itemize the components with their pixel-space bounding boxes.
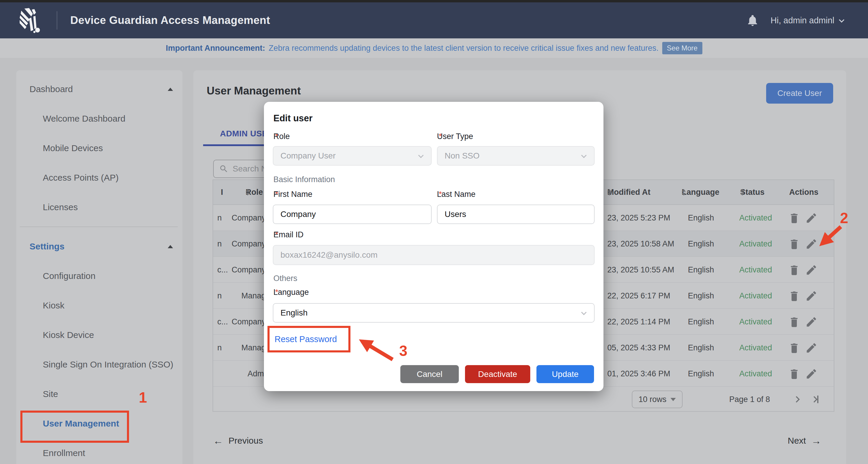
delete-icon[interactable] xyxy=(789,316,800,328)
announcement-message: Zebra recommends updating devices to the… xyxy=(269,44,659,53)
zebra-logo-icon xyxy=(17,6,44,35)
cell-status: Activated xyxy=(739,239,772,248)
announcement-prefix: Important Announcement: xyxy=(166,44,265,53)
greeting-text: Hi, admin adminl xyxy=(771,16,834,25)
cell-role: Company xyxy=(225,265,266,274)
sidebar-item-settings[interactable]: Settings xyxy=(16,232,182,261)
last-page-icon[interactable] xyxy=(812,396,818,403)
cell-status: Activated xyxy=(739,369,772,378)
cancel-button[interactable]: Cancel xyxy=(400,365,459,383)
sidebar-item-site[interactable]: Site xyxy=(16,379,182,409)
delete-icon[interactable] xyxy=(789,238,800,250)
reset-password-link[interactable]: Reset Password xyxy=(275,334,337,344)
app-title: Device Guardian Access Management xyxy=(70,14,270,27)
update-button[interactable]: Update xyxy=(536,365,594,383)
cell-language: English xyxy=(688,291,714,300)
delete-icon[interactable] xyxy=(789,212,800,224)
header-modified-at[interactable]: Modified At xyxy=(607,188,650,197)
sidebar-item-label: Kiosk Device xyxy=(43,330,173,340)
edit-icon[interactable] xyxy=(805,212,816,224)
arrow-left-icon: ← xyxy=(213,436,223,446)
edit-icon[interactable] xyxy=(805,368,816,379)
deactivate-button[interactable]: Deactivate xyxy=(465,365,530,383)
first-name-label: First Name* xyxy=(273,190,278,199)
sidebar-item-label: Kiosk xyxy=(43,301,173,311)
page-title: User Management xyxy=(207,85,301,97)
cell-role: Manag xyxy=(225,291,266,300)
next-nav-button[interactable]: Next → xyxy=(788,436,822,446)
sidebar-item-user-management[interactable]: User Management xyxy=(16,409,182,438)
sidebar-item-enrollment[interactable]: Enrollment xyxy=(16,438,182,464)
next-page-icon[interactable] xyxy=(794,397,799,402)
sidebar-item-label: User Management xyxy=(43,419,173,429)
cell-role: Company xyxy=(225,239,266,248)
app-header: Device Guardian Access Management Hi, ad… xyxy=(0,2,868,38)
sidebar-item-mobile-devices[interactable]: Mobile Devices xyxy=(16,133,182,163)
last-name-label: Last Name* xyxy=(437,190,442,199)
sidebar-nav: DashboardWelcome DashboardMobile Devices… xyxy=(16,70,182,464)
cell-modified-at: 23, 2025 10:55 AM xyxy=(607,265,674,274)
cell-modified-at: 23, 2025 5:23 PM xyxy=(607,213,670,222)
rows-per-page-select[interactable]: 10 rows xyxy=(632,391,683,408)
cell-status: Activated xyxy=(739,343,772,352)
sidebar-item-access-points-ap[interactable]: Access Points (AP) xyxy=(16,163,182,192)
sidebar-item-welcome-dashboard[interactable]: Welcome Dashboard xyxy=(16,104,182,133)
cell-status: Activated xyxy=(739,317,772,326)
see-more-button[interactable]: See More xyxy=(662,42,702,54)
user-type-select: Non SSO xyxy=(437,146,595,165)
edit-icon[interactable] xyxy=(805,264,816,276)
cell-language: English xyxy=(688,213,714,222)
cell-status: Activated xyxy=(739,265,772,274)
cell-modified-at: 01, 2025 3:46 PM xyxy=(607,369,670,378)
search-icon xyxy=(219,164,228,174)
delete-icon[interactable] xyxy=(789,368,800,379)
language-select[interactable]: English xyxy=(273,303,595,322)
others-section-label: Others xyxy=(273,274,297,283)
delete-icon[interactable] xyxy=(789,264,800,276)
sidebar-item-dashboard[interactable]: Dashboard xyxy=(16,74,182,104)
modal-title: Edit user xyxy=(273,113,313,124)
sidebar-item-label: Access Points (AP) xyxy=(43,173,173,183)
cell-status: Activated xyxy=(739,291,772,300)
caret-down-icon xyxy=(671,398,676,401)
email-id-label: Email ID* xyxy=(273,230,278,239)
notifications-bell-icon[interactable] xyxy=(747,14,758,27)
header-language[interactable]: Language xyxy=(682,188,719,197)
first-name-input[interactable]: Company xyxy=(273,205,432,224)
chevron-down-icon xyxy=(581,153,586,158)
sidebar-item-licenses[interactable]: Licenses xyxy=(16,192,182,222)
last-name-input[interactable]: Users xyxy=(437,205,595,224)
sidebar-item-label: Licenses xyxy=(43,202,173,212)
previous-nav-button[interactable]: ← Previous xyxy=(213,436,263,446)
edit-icon[interactable] xyxy=(805,290,816,302)
edit-icon[interactable] xyxy=(805,238,816,250)
delete-icon[interactable] xyxy=(789,290,800,302)
chevron-down-icon xyxy=(839,17,844,23)
create-user-button[interactable]: Create User xyxy=(766,83,833,103)
cell-role: Company xyxy=(225,213,266,222)
header-status[interactable]: Status xyxy=(740,188,765,197)
edit-icon[interactable] xyxy=(805,316,816,328)
sidebar-item-configuration[interactable]: Configuration xyxy=(16,261,182,291)
edit-user-modal: Edit user Role* User Type* Company User … xyxy=(264,102,603,391)
role-label: Role* xyxy=(273,132,278,141)
header-role[interactable]: Role xyxy=(246,188,263,197)
role-select: Company User xyxy=(273,146,432,165)
sidebar-item-single-sign-on-integration-sso[interactable]: Single Sign On Integration (SSO) xyxy=(16,350,182,379)
cell-name-fragment: n xyxy=(217,291,222,300)
chevron-down-icon xyxy=(581,310,586,315)
delete-icon[interactable] xyxy=(789,342,800,353)
announcement-banner: Important Announcement: Zebra recommends… xyxy=(0,38,868,58)
cell-role: Manag xyxy=(225,343,266,352)
basic-information-section-label: Basic Information xyxy=(273,175,335,184)
sidebar-item-label: Site xyxy=(43,389,173,399)
sidebar-item-kiosk-device[interactable]: Kiosk Device xyxy=(16,320,182,350)
cell-modified-at: 05, 2025 4:33 PM xyxy=(607,343,670,352)
cell-language: English xyxy=(688,369,714,378)
sort-icon xyxy=(740,189,744,195)
cell-role: Company xyxy=(225,317,266,326)
edit-icon[interactable] xyxy=(805,342,816,353)
cell-role: Admi xyxy=(225,369,266,378)
user-menu[interactable]: Hi, admin adminl xyxy=(771,16,843,25)
sidebar-item-kiosk[interactable]: Kiosk xyxy=(16,291,182,320)
